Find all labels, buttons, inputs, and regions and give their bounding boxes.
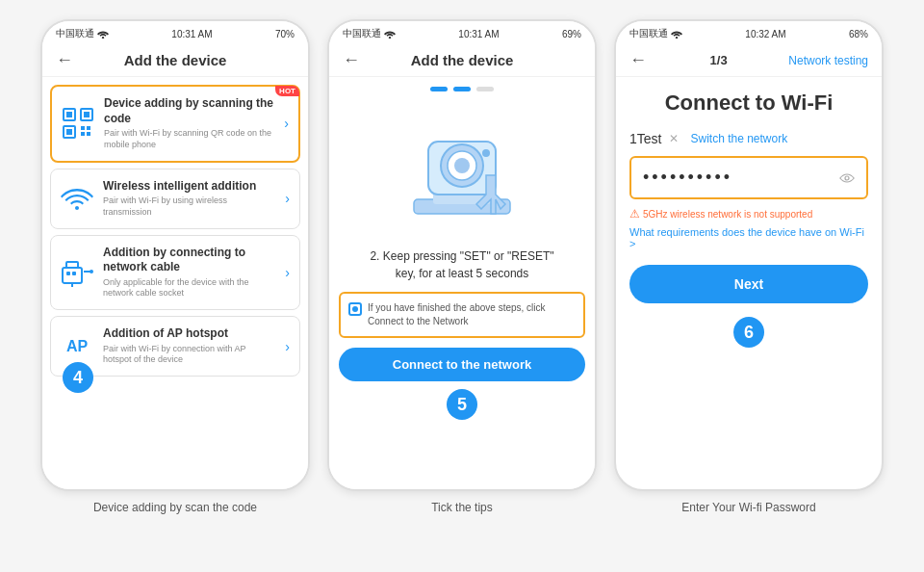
menu-item-qr[interactable]: HOT [50,85,300,163]
nav-page-3: 1/3 [649,53,788,67]
phone-1: 中国联通 10:31 AM 70% ← Add the device HOT [40,19,310,491]
chevron-icon-2: › [285,191,290,206]
status-bar-3: 中国联通 10:32 AM 68% [616,21,882,44]
phones-container: 中国联通 10:31 AM 70% ← Add the device HOT [40,19,884,491]
wifi-signal-icon-3 [671,29,682,39]
nav-bar-2: ← Add the device [329,44,595,77]
menu-subtitle-qr: Pair with Wi-Fi by scanning QR code on t… [104,128,274,150]
menu-text-cable: Addition by connecting to network cable … [103,246,275,300]
switch-network-link[interactable]: Switch the network [690,132,787,145]
back-button-3[interactable]: ← [629,50,649,70]
warning-icon: ⚠ [629,207,640,221]
svg-rect-4 [84,112,90,117]
svg-point-25 [482,149,490,157]
status-right-2: 69% [562,29,581,39]
time-2: 10:31 AM [458,29,499,39]
menu-text-ap: Addition of AP hotspot Pair with Wi-Fi b… [103,326,275,366]
nav-bar-1: ← Add the device [42,44,308,77]
password-field[interactable]: •••••••••• [629,156,868,199]
menu-item-wireless[interactable]: Wireless intelligent addition Pair with … [50,169,300,229]
svg-point-18 [389,37,391,39]
svg-rect-11 [63,268,82,283]
svg-point-26 [676,37,678,39]
wifi-title: Connect to Wi-Fi [629,91,868,116]
phone2-inner: 2. Keep pressing "SET" or "RESET" key, f… [329,77,595,489]
battery-1: 70% [275,29,295,39]
battery-3: 68% [849,29,868,39]
svg-point-17 [90,270,93,273]
status-left-1: 中国联通 [56,27,109,40]
menu-item-cable[interactable]: Addition by connecting to network cable … [50,235,300,311]
dot-1 [430,87,448,91]
wifi-req-link[interactable]: What requirements does the device have o… [629,226,868,249]
step-dots [430,87,494,91]
svg-rect-2 [66,112,72,117]
chevron-icon-4: › [285,339,290,354]
chevron-icon-3: › [285,265,290,280]
svg-rect-6 [66,129,72,135]
nav-title-2: Add the device [362,52,562,68]
network-testing-link[interactable]: Network testing [788,54,868,67]
menu-text-qr: Device adding by scanning the code Pair … [104,96,274,151]
menu-title-ap: Addition of AP hotspot [103,326,275,342]
menu-list: HOT [42,77,308,384]
menu-title-qr: Device adding by scanning the code [104,96,274,126]
svg-point-0 [102,37,104,39]
svg-rect-10 [87,132,90,136]
status-left-2: 中国联通 [343,27,396,40]
chevron-icon-1: › [284,116,289,131]
checkbox-dot [352,306,358,312]
step-6-circle: 6 [733,317,764,348]
svg-rect-13 [72,272,76,275]
wifi-signal-icon-1 [97,29,109,39]
password-dots: •••••••••• [643,168,732,188]
wireless-icon [61,182,93,215]
back-button-2[interactable]: ← [343,50,362,70]
eye-icon[interactable] [839,172,855,184]
wifi-x-icon[interactable]: ✕ [669,132,679,145]
svg-rect-7 [81,126,85,130]
connect-btn[interactable]: Connect to the network [339,348,585,381]
caption-3: Enter Your Wi-fi Password [614,501,884,514]
menu-subtitle-cable: Only applicable for the device with the … [103,277,275,299]
hot-badge: HOT [275,86,299,96]
checkbox[interactable] [348,302,362,316]
qr-icon [62,107,94,140]
status-right-3: 68% [849,29,868,39]
carrier-2: 中国联通 [343,27,381,40]
time-1: 10:31 AM [171,29,212,39]
dot-2 [453,87,471,91]
menu-title-cable: Addition by connecting to network cable [103,246,275,275]
menu-subtitle-ap: Pair with Wi-Fi by connection with AP ho… [103,344,275,366]
captions-row: Device adding by scan the code Tick the … [40,501,884,514]
svg-rect-8 [87,126,90,130]
warning-text: ⚠ 5GHz wireless network is not supported [629,207,868,221]
dot-3 [476,87,494,91]
svg-point-24 [454,158,470,173]
caption-2: Tick the tips [327,501,597,514]
nav-bar-3: ← 1/3 Network testing [616,44,882,77]
status-left-3: 中国联通 [629,27,682,40]
battery-2: 69% [562,29,581,39]
reset-text: 2. Keep pressing "SET" or "RESET" key, f… [370,247,553,282]
svg-point-27 [845,176,849,180]
step-4-circle: 4 [63,362,93,393]
menu-item-ap[interactable]: 4 AP Addition of AP hotspot Pair with Wi… [50,316,300,377]
menu-title-wireless: Wireless intelligent addition [103,179,275,195]
checkbox-label: If you have finished the above steps, cl… [368,301,576,328]
next-button[interactable]: Next [629,265,868,303]
menu-text-wireless: Wireless intelligent addition Pair with … [103,179,275,219]
phone-2: 中国联通 10:31 AM 69% ← Add the device [327,19,597,491]
phone3-content: Connect to Wi-Fi 1Test ✕ Switch the netw… [616,77,882,489]
svg-rect-9 [81,132,85,136]
status-bar-1: 中国联通 10:31 AM 70% [42,21,308,44]
carrier-1: 中国联通 [56,27,94,40]
wifi-signal-icon-2 [384,29,396,39]
carrier-3: 中国联通 [629,27,668,40]
nav-title-1: Add the device [75,52,275,68]
checkbox-row[interactable]: If you have finished the above steps, cl… [339,292,585,338]
time-3: 10:32 AM [745,29,785,39]
cable-icon [61,256,93,289]
back-button-1[interactable]: ← [56,50,75,70]
wifi-network-row: 1Test ✕ Switch the network [629,131,868,146]
